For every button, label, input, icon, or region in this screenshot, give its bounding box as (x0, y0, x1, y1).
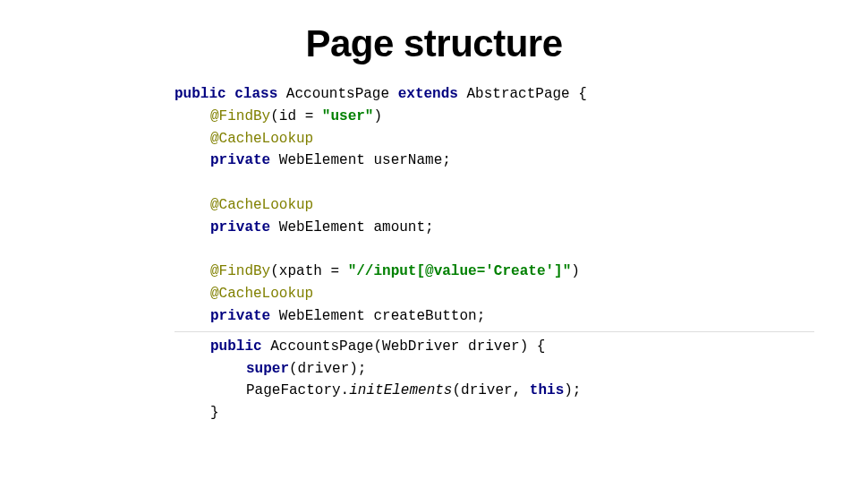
constructor-name: AccountsPage (270, 338, 373, 355)
semicolon: ; (477, 308, 486, 324)
field-username: userName (373, 152, 442, 168)
class-name: AccountsPage (286, 86, 389, 102)
type-webelement: WebElement (279, 308, 365, 324)
code-line: super(driver); (174, 358, 814, 381)
annotation-findby: @FindBy (210, 108, 270, 124)
param-text: id = (279, 108, 322, 124)
pagefactory-ref: PageFactory. (246, 382, 349, 398)
string-literal: "user" (322, 108, 374, 124)
field-createbutton: createButton (373, 308, 476, 324)
method-initelements: initElements (349, 382, 452, 398)
code-line: @FindBy(id = "user") (174, 106, 814, 128)
super-call: (driver); (289, 361, 366, 377)
brace: { (578, 86, 587, 102)
parent-class: AbstractPage (467, 86, 570, 102)
code-line: @CacheLookup (174, 194, 814, 217)
keyword-class: class (234, 86, 277, 102)
code-line: PageFactory.initElements(driver, this); (174, 380, 814, 402)
code-line: private WebElement userName; (174, 150, 814, 172)
annotation-findby: @FindBy (210, 263, 270, 279)
code-line: public class AccountsPage extends Abstra… (174, 83, 814, 106)
code-block: public class AccountsPage extends Abstra… (174, 83, 814, 424)
keyword-private: private (210, 152, 270, 168)
paren: ( (270, 263, 279, 279)
paren: ) (373, 108, 382, 124)
annotation-cachelookup: @CacheLookup (210, 131, 313, 147)
code-line: @FindBy(xpath = "//input[@value='Create'… (174, 261, 814, 283)
page-title: Page structure (0, 0, 868, 83)
method-args-close: ); (564, 382, 581, 398)
keyword-private: private (210, 308, 270, 324)
keyword-super: super (246, 361, 289, 377)
semicolon: ; (425, 219, 434, 235)
annotation-cachelookup: @CacheLookup (210, 286, 313, 302)
keyword-public: public (210, 338, 262, 355)
semicolon: ; (442, 152, 451, 168)
keyword-extends: extends (398, 86, 458, 102)
field-amount: amount (373, 219, 425, 235)
code-line: } (174, 402, 814, 424)
param-text: xpath = (279, 263, 348, 279)
paren: ( (270, 108, 279, 124)
brace-close: } (210, 405, 219, 421)
keyword-public: public (174, 86, 226, 102)
code-line: @CacheLookup (174, 128, 814, 150)
blank-line (174, 239, 814, 261)
keyword-this: this (530, 382, 564, 398)
type-webelement: WebElement (279, 152, 365, 168)
code-line: @CacheLookup (174, 283, 814, 305)
keyword-private: private (210, 219, 270, 235)
type-webelement: WebElement (279, 219, 365, 235)
annotation-cachelookup: @CacheLookup (210, 197, 313, 213)
paren: ) (571, 263, 580, 279)
method-args: (driver, (452, 382, 529, 398)
code-line: public AccountsPage(WebDriver driver) { (174, 336, 814, 358)
section-divider (174, 331, 814, 332)
code-line: private WebElement amount; (174, 217, 814, 239)
blank-line (174, 172, 814, 194)
string-literal: "//input[@value='Create']" (348, 263, 572, 279)
code-line: private WebElement createButton; (174, 305, 814, 328)
constructor-params: (WebDriver driver) { (373, 338, 545, 355)
